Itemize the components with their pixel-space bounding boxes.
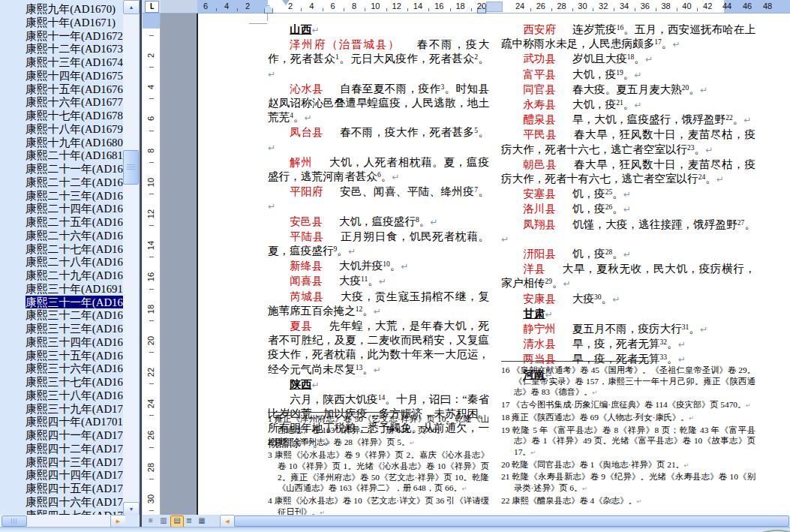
record-paragraph[interactable]: 安康县大疫30。↵: [501, 292, 755, 307]
sidebar-item[interactable]: 康熙三十八年(AD169: [26, 389, 123, 402]
record-paragraph[interactable]: 沁水县自春至夏不雨，疫作3。时知县赵凤诏称沁邑叠遭旱蝗瘟疫，人民逃散，地土荒芜4…: [268, 82, 489, 126]
sidebar-item[interactable]: 康熙三十四年(AD169: [26, 335, 123, 349]
footnote[interactable]: 19 乾隆 5 年《富平县志》卷 8《祥异》8 页；乾隆 43 年《富平县志》卷…: [501, 425, 755, 459]
sidebar-vertical-scrollbar[interactable]: ▲ ▼: [123, 0, 138, 515]
sidebar-item[interactable]: 康熙四十一年(AD170: [26, 428, 123, 442]
normal-view-button[interactable]: ≡: [145, 515, 157, 526]
print-layout-view-button[interactable]: ▤: [170, 515, 184, 527]
sidebar-item[interactable]: 康熙十六年(AD1677): [26, 95, 123, 109]
sidebar-item[interactable]: 康熙九年(AD1670): [26, 2, 123, 16]
sidebar-item[interactable]: 康熙三十六年(AD169: [26, 362, 123, 375]
sidebar-item[interactable]: 康熙四十四年(AD170: [26, 468, 123, 482]
sidebar-item[interactable]: 康熙十年(AD1671): [26, 16, 123, 29]
sidebar-item[interactable]: 康熙十九年(AD1680): [26, 136, 123, 149]
sidebar-item[interactable]: 康熙二十八年(AD168: [26, 255, 123, 269]
footnote[interactable]: 21 乾隆《永寿县新志》卷 9《纪异》。光绪《永寿县志》卷 10《别录类·述异》…: [501, 471, 755, 494]
sidebar-item[interactable]: 康熙二十三年(AD168: [26, 189, 123, 203]
sidebar-item[interactable]: 康熙二十四年(AD168: [26, 202, 123, 215]
sidebar-item[interactable]: 康熙二十五年(AD168: [26, 215, 123, 229]
record-paragraph[interactable]: 平陆县正月朔日食，饥民死者枕藉。夏，瘟疫盛行9。↵: [268, 230, 489, 259]
record-paragraph[interactable]: 同官县春大疫。夏五月麦大熟20。↵: [501, 83, 755, 98]
sidebar-item[interactable]: 康熙二十九年(AD169: [26, 269, 123, 282]
tab-selector[interactable]: L: [145, 1, 159, 13]
document-horizontal-scrollbar[interactable]: ◀: [220, 515, 790, 527]
sidebar-item[interactable]: 康熙四十三年(AD170: [26, 455, 123, 469]
record-paragraph[interactable]: 泽州府（治晋城县）春不雨，疫大作，死者甚众1。元日大风疫作，死者甚众2。↵: [268, 38, 489, 82]
footnote[interactable]: 18 雍正《陕西通志》卷 69《人物志·列女·康氏》。↵: [501, 412, 755, 425]
record-paragraph[interactable]: 闻喜县大疫11。↵: [268, 274, 489, 289]
section-header[interactable]: 甘肃↵: [501, 307, 755, 322]
record-paragraph[interactable]: 安邑县大饥，瘟疫盛行8。↵: [268, 215, 489, 230]
sidebar-item[interactable]: 康熙三十七年(AD169: [26, 375, 123, 389]
record-paragraph[interactable]: 武功县岁饥且大疫18。↵: [501, 52, 755, 67]
footnotes-left[interactable]: 1 雍正《泽州府志》卷 50《艺文志·祥异》页 10。乾隆《山西通志》卷 163…: [268, 413, 489, 515]
footnote[interactable]: 22 康熙《醴泉县志》卷 4《杂志》。↵: [501, 495, 755, 508]
record-paragraph[interactable]: 醴泉县旱，大饥，瘟疫盛行，饿殍盈野22。↵: [501, 113, 755, 128]
record-paragraph[interactable]: 富平县大饥，疫19。↵: [501, 68, 755, 83]
record-paragraph[interactable]: 洋县大旱，夏秋无收，民大饥，疫疠横行，家户相传29。↵: [501, 262, 755, 291]
sidebar-item[interactable]: 康熙四十五年(AD170: [26, 482, 123, 495]
sidebar-hscroll-thumb[interactable]: [2, 515, 27, 527]
sidebar-item[interactable]: 康熙十七年(AD1678): [26, 109, 123, 122]
footnote[interactable]: 2 康熙《泽州志》卷 28《祥异》页 5。↵: [268, 437, 489, 449]
sidebar-item[interactable]: 康熙十八年(AD1679): [26, 122, 123, 136]
sidebar-item[interactable]: 康熙十一年(AD1672): [26, 29, 123, 43]
text-column-left[interactable]: 山西↵泽州府（治晋城县）春不雨，疫大作，死者甚众1。元日大风疫作，死者甚众2。↵…: [268, 23, 489, 451]
footnote[interactable]: 16 《皇朝文献通考》卷 45《国用考》。《圣祖仁皇帝圣训》卷 29。《仁皇帝实…: [501, 365, 755, 399]
record-paragraph[interactable]: 夏县先年蝗，大荒，是年春大饥，死者不可胜纪，及夏，二麦收而民稍安，又复瘟疫大作，…: [268, 319, 489, 377]
horizontal-ruler[interactable]: L 64224681012141618202426283032343638404…: [142, 0, 790, 14]
record-paragraph[interactable]: 平民县春大旱，狂风数十日，麦苗尽枯，疫疠大作，死者十六七，逃亡者空室以行23。↵: [501, 128, 755, 157]
record-paragraph[interactable]: 平阳府安邑、闻喜、平陆、绛州疫7。↵: [268, 185, 489, 214]
web-layout-view-button[interactable]: ▥: [158, 515, 170, 526]
footnotes-right[interactable]: 16 《皇朝文献通考》卷 45《国用考》。《圣祖仁皇帝圣训》卷 29。《仁皇帝实…: [501, 365, 755, 515]
record-paragraph[interactable]: 西安府连岁荒疫16。五月，西安巡抚布哈在上疏中称雨水未足，人民患病颇多17。↵: [501, 23, 755, 52]
sidebar-item[interactable]: 康熙三十九年(AD170: [26, 402, 123, 416]
footnote[interactable]: 1 雍正《泽州府志》卷 50《艺文志·祥异》页 10。乾隆《山西通志》卷 163…: [268, 413, 489, 437]
sidebar-item[interactable]: 康熙三十二年(AD169: [26, 308, 123, 322]
outline-view-button[interactable]: ≣: [183, 515, 195, 526]
sidebar-item[interactable]: 康熙二十年(AD1681): [26, 149, 123, 162]
record-paragraph[interactable]: 凤翔县饥馑，大疫，逃往接踵，饿殍盈野27。↵: [501, 218, 755, 247]
record-paragraph[interactable]: 新绛县大饥并疫10。↵: [268, 259, 489, 274]
record-paragraph[interactable]: 永寿县大饥，疫21。↵: [501, 98, 755, 113]
sidebar-item[interactable]: 康熙十五年(AD1676): [26, 83, 123, 96]
reading-layout-view-button[interactable]: ▦: [196, 515, 208, 526]
sidebar-item[interactable]: 康熙十三年(AD1674): [26, 56, 123, 69]
record-paragraph[interactable]: 凤台县春不雨，疫大作，死者甚多5。↵: [268, 125, 489, 155]
text-column-right[interactable]: 西安府连岁荒疫16。五月，西安巡抚布哈在上疏中称雨水未足，人民患病颇多17。↵武…: [501, 23, 755, 383]
record-paragraph[interactable]: 洛川县饥，疫26。↵: [501, 202, 755, 217]
sidebar-item[interactable]: 康熙三十年(AD1691): [26, 282, 123, 296]
record-paragraph[interactable]: 解州大饥，人死者相枕藉。夏，瘟疫盛行，逃荒河南者甚众6。↵: [268, 155, 489, 185]
sidebar-item[interactable]: 康熙二十七年(AD168: [26, 242, 123, 256]
sidebar-item[interactable]: 康熙四十七年(AD170: [26, 509, 123, 515]
sidebar-item[interactable]: 康熙三十三年(AD169: [26, 322, 123, 335]
sidebar-item[interactable]: 康熙四十六年(AD170: [26, 495, 123, 509]
document-hscroll-thumb[interactable]: [234, 515, 789, 527]
section-header[interactable]: 陕西↵: [268, 377, 489, 392]
record-paragraph[interactable]: 安塞县饥，疫25。↵: [501, 187, 755, 202]
sidebar-item[interactable]: 康熙四十年(AD1701): [26, 415, 123, 428]
section-header[interactable]: 山西↵: [268, 23, 489, 38]
sidebar-year-list[interactable]: 康熙九年(AD1670)康熙十年(AD1671)康熙十一年(AD1672)康熙十…: [0, 2, 123, 515]
sidebar-item[interactable]: 康熙二十二年(AD168: [26, 176, 123, 189]
sidebar-item[interactable]: 康熙三十一年(AD169: [26, 296, 123, 309]
footnote[interactable]: 20 乾隆《同官县志》卷 1《舆地志·祥异》页 21。↵: [501, 459, 755, 472]
sidebar-horizontal-scrollbar[interactable]: ▶: [0, 515, 125, 527]
record-paragraph[interactable]: 朝邑县春大旱，狂风数十日，麦苗尽枯，疫疠大作，死者十有六七，逃亡者空室以行24。…: [501, 158, 755, 187]
vertical-ruler[interactable]: 24681012141618202224262830: [143, 14, 161, 515]
sidebar-item[interactable]: 康熙三十五年(AD169: [26, 349, 123, 362]
footnote[interactable]: 17 《古今图书集成·历象汇编·庶征典》卷 114《疫灾部》页 5470。↵: [501, 399, 755, 412]
record-paragraph[interactable]: 静宁州夏五月不雨，疫疠大行31。↵: [501, 322, 755, 337]
record-paragraph[interactable]: 芮城县大疫，贡生寇玉捐棺不继，复施苇席五百余掩之12。↵: [268, 290, 489, 319]
column-gap-marker[interactable]: [486, 2, 503, 12]
sidebar-item[interactable]: 康熙十二年(AD1673): [26, 42, 123, 56]
footnote[interactable]: 3 康熙《沁水县志》卷 9《祥异》页 2。嘉庆《沁水县志》卷 10《祥异》页 1…: [268, 449, 489, 495]
sidebar-item[interactable]: 康熙二十一年(AD168: [26, 162, 123, 176]
sidebar-item[interactable]: 康熙十四年(AD1675): [26, 69, 123, 83]
pane-splitter[interactable]: [140, 0, 142, 527]
sidebar-item[interactable]: 康熙二十六年(AD168: [26, 229, 123, 242]
record-paragraph[interactable]: 汧阳县饥，疫28。↵: [501, 247, 755, 262]
year-navigation-pane[interactable]: 康熙九年(AD1670)康熙十年(AD1671)康熙十一年(AD1672)康熙十…: [0, 0, 140, 515]
sidebar-scrollbar-thumb[interactable]: [123, 150, 139, 185]
footnote[interactable]: 4 康熙《沁水县志》卷 10《艺文志·详文》页 36 引《详请缓征日刊》。↵: [268, 495, 489, 515]
